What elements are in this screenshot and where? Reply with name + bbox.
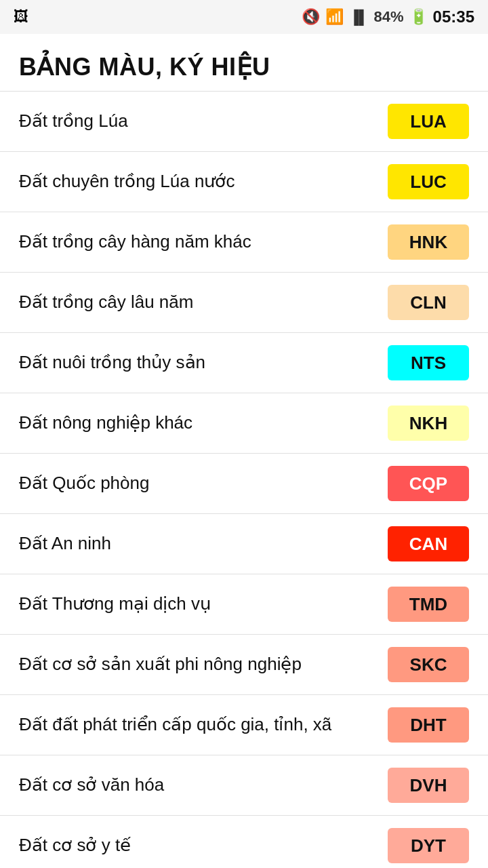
item-code-badge: TMD bbox=[388, 587, 469, 622]
item-label: Đất nuôi trồng thủy sản bbox=[19, 351, 388, 374]
item-label: Đất cơ sở văn hóa bbox=[19, 774, 388, 797]
wifi-icon: 📶 bbox=[325, 8, 344, 26]
legend-list: Đất trồng LúaLUAĐất chuyên trồng Lúa nướ… bbox=[0, 92, 488, 868]
status-bar-left-icon: 🖼 bbox=[14, 8, 28, 26]
item-code-badge: NTS bbox=[388, 345, 469, 380]
item-code-badge: CQP bbox=[388, 466, 469, 501]
item-label: Đất cơ sở y tế bbox=[19, 834, 388, 857]
status-icons: 🔇 📶 ▐▌ 84% 🔋 05:35 bbox=[302, 7, 474, 26]
battery-icon: 🔋 bbox=[409, 8, 428, 26]
list-item: Đất cơ sở văn hóaDVH bbox=[0, 755, 488, 816]
mute-icon: 🔇 bbox=[302, 8, 320, 26]
item-label: Đất đất phát triển cấp quốc gia, tỉnh, x… bbox=[19, 713, 388, 736]
page-title: BẢNG MÀU, KÝ HIỆU bbox=[19, 53, 469, 81]
list-item: Đất trồng LúaLUA bbox=[0, 92, 488, 152]
item-code-badge: DVH bbox=[388, 768, 469, 803]
list-item: Đất trồng cây lâu nămCLN bbox=[0, 273, 488, 333]
list-item: Đất An ninhCAN bbox=[0, 514, 488, 574]
page-header: BẢNG MÀU, KÝ HIỆU bbox=[0, 34, 488, 92]
item-code-badge: CLN bbox=[388, 285, 469, 320]
item-code-badge: SKC bbox=[388, 647, 469, 682]
item-label: Đất trồng cây hàng năm khác bbox=[19, 231, 388, 254]
item-code-badge: HNK bbox=[388, 224, 469, 260]
status-bar: 🖼 🔇 📶 ▐▌ 84% 🔋 05:35 bbox=[0, 0, 488, 34]
list-item: Đất trồng cây hàng năm khácHNK bbox=[0, 212, 488, 273]
item-label: Đất nông nghiệp khác bbox=[19, 412, 388, 435]
item-label: Đất Thương mại dịch vụ bbox=[19, 593, 388, 616]
list-item: Đất cơ sở sản xuất phi nông nghiệpSKC bbox=[0, 635, 488, 695]
item-label: Đất An ninh bbox=[19, 532, 388, 555]
item-label: Đất trồng Lúa bbox=[19, 110, 388, 133]
item-label: Đất trồng cây lâu năm bbox=[19, 291, 388, 314]
list-item: Đất đất phát triển cấp quốc gia, tỉnh, x… bbox=[0, 695, 488, 755]
signal-icon: ▐▌ bbox=[349, 9, 368, 25]
time-label: 05:35 bbox=[433, 7, 474, 26]
list-item: Đất nông nghiệp khácNKH bbox=[0, 393, 488, 454]
list-item: Đất nuôi trồng thủy sảnNTS bbox=[0, 333, 488, 393]
item-code-badge: CAN bbox=[388, 526, 469, 561]
item-label: Đất cơ sở sản xuất phi nông nghiệp bbox=[19, 653, 388, 676]
item-code-badge: DHT bbox=[388, 707, 469, 743]
battery-label: 84% bbox=[374, 8, 404, 26]
list-item: Đất cơ sở y tếDYT bbox=[0, 816, 488, 868]
item-code-badge: NKH bbox=[388, 406, 469, 441]
item-code-badge: DYT bbox=[388, 828, 469, 863]
list-item: Đất Quốc phòngCQP bbox=[0, 454, 488, 514]
item-label: Đất Quốc phòng bbox=[19, 472, 388, 495]
list-item: Đất Thương mại dịch vụTMD bbox=[0, 574, 488, 635]
item-label: Đất chuyên trồng Lúa nước bbox=[19, 170, 388, 193]
item-code-badge: LUA bbox=[388, 104, 469, 139]
list-item: Đất chuyên trồng Lúa nướcLUC bbox=[0, 152, 488, 212]
item-code-badge: LUC bbox=[388, 164, 469, 199]
